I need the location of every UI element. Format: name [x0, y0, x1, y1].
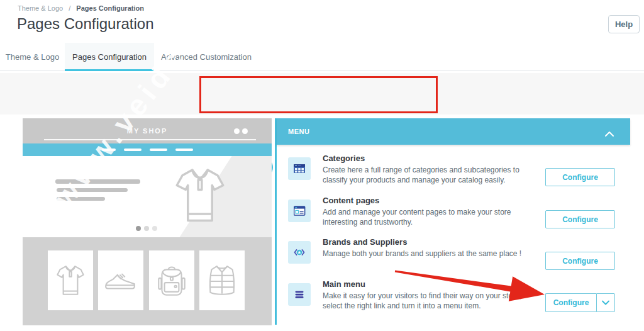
main-menu-hamburger-icon	[288, 283, 311, 306]
description-line: interesting and trustworthy.	[323, 217, 511, 227]
menu-item-title: Content pages	[323, 196, 379, 205]
menu-item-categories: Categories Create here a full range of c…	[277, 154, 630, 194]
brands-suppliers-icon	[288, 241, 311, 264]
description-line: Create here a full range of categories a…	[323, 165, 519, 175]
preview-menu-dash	[124, 149, 142, 151]
menu-item-title: Categories	[323, 154, 365, 163]
chevron-up-icon[interactable]	[605, 128, 614, 140]
description-line: Add and manage your content pages to mak…	[323, 207, 511, 217]
sneaker-icon	[104, 267, 138, 294]
preview-header-dot-icon	[242, 128, 248, 134]
menu-item-title: Brands and Suppliers	[323, 237, 407, 247]
menu-item-description: Manage both your brands and suppliers at…	[323, 249, 521, 259]
configure-categories-button[interactable]: Configure	[545, 168, 615, 186]
preview-header-dot-icon	[234, 128, 240, 134]
description-line: select the right link and turn it into a…	[323, 301, 521, 311]
backpack-icon	[156, 262, 187, 299]
preview-menu-dash	[175, 149, 193, 151]
tab-bar: Theme & Logo Pages Configuration Advance…	[0, 43, 644, 71]
menu-item-title: Main menu	[323, 279, 365, 289]
homepage-preview: MY SHOP	[23, 118, 272, 325]
preview-menu-dash	[150, 149, 167, 151]
chevron-down-icon[interactable]	[596, 293, 615, 312]
pages-configuration-screen: Theme & Logo / Pages Configuration Pages…	[0, 0, 644, 331]
menu-item-description: Add and manage your content pages to mak…	[323, 207, 511, 227]
menu-item-content-pages: Content pages Add and manage your conten…	[277, 196, 630, 237]
preview-product-card	[98, 250, 143, 310]
breadcrumb: Theme & Logo / Pages Configuration	[18, 4, 144, 12]
menu-item-description: Create here a full range of categories a…	[323, 165, 519, 185]
carousel-dot-icon	[144, 226, 149, 231]
carousel-dot-icon	[136, 226, 141, 231]
preview-nav-bar	[23, 143, 272, 156]
carousel-dot-icon	[152, 226, 157, 231]
preview-products-section	[23, 237, 272, 325]
menu-item-main-menu: Main menu Make it easy for your visitors…	[277, 280, 630, 320]
page-type-band: Homepage Category page Product page	[0, 73, 644, 115]
description-line: classify your products and manage your c…	[323, 175, 519, 185]
description-line: Make it easy for your visitors to find t…	[323, 291, 521, 301]
preview-text-placeholder	[55, 179, 140, 184]
preview-menu-dash	[102, 149, 116, 151]
tab-pages-configuration[interactable]: Pages Configuration	[65, 43, 154, 71]
help-button[interactable]: Help	[608, 15, 640, 33]
breadcrumb-separator: /	[69, 4, 70, 12]
configure-main-menu-split-button: Configure	[545, 293, 615, 312]
puffer-vest-icon	[206, 262, 238, 299]
tab-theme-logo[interactable]: Theme & Logo	[0, 43, 65, 71]
configure-brands-suppliers-button[interactable]: Configure	[545, 252, 615, 270]
menu-panel-title: MENU	[288, 118, 309, 145]
page-title: Pages Configuration	[17, 15, 153, 33]
breadcrumb-current: Pages Configuration	[76, 4, 144, 12]
polo-shirt-icon	[174, 166, 226, 227]
preview-hero	[23, 156, 272, 237]
content-pages-icon	[288, 199, 311, 222]
menu-item-brands-suppliers: Brands and Suppliers Manage both your br…	[277, 238, 630, 278]
breadcrumb-parent-link[interactable]: Theme & Logo	[18, 4, 63, 12]
preview-product-card	[199, 250, 245, 310]
preview-header-underline	[44, 139, 256, 140]
menu-item-description: Make it easy for your visitors to find t…	[323, 291, 521, 311]
categories-grid-icon	[288, 157, 311, 180]
menu-panel-header: MENU	[277, 118, 630, 145]
description-line: Manage both your brands and suppliers at…	[323, 249, 521, 259]
tab-advanced-customization[interactable]: Advanced Customization	[154, 43, 258, 71]
preview-text-placeholder	[57, 197, 105, 201]
preview-text-placeholder	[57, 188, 128, 192]
configure-main-menu-button[interactable]: Configure	[545, 293, 596, 312]
preview-product-card	[149, 250, 194, 310]
preview-header: MY SHOP	[23, 118, 272, 143]
preview-product-card	[48, 250, 93, 310]
preview-carousel-dots	[136, 226, 157, 231]
polo-shirt-icon	[55, 262, 86, 299]
configure-content-pages-button[interactable]: Configure	[545, 210, 615, 228]
menu-panel: MENU Categories Create here a full range…	[275, 118, 630, 325]
